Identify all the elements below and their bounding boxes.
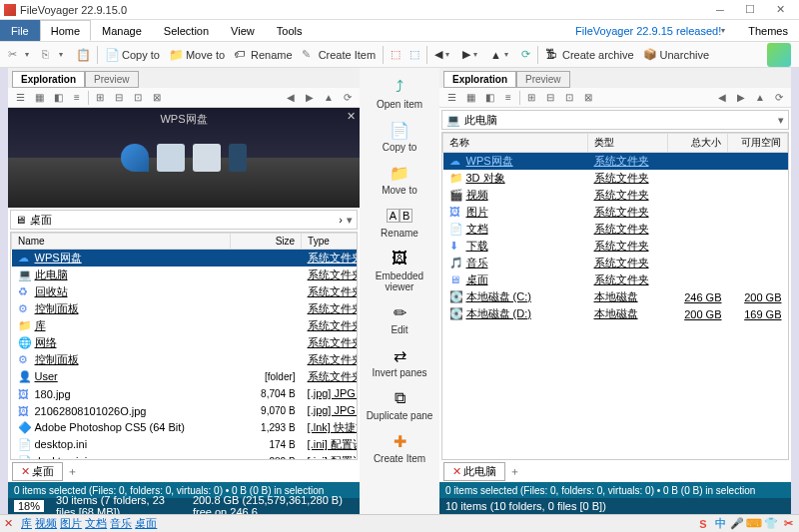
view-btn-4[interactable]: ≡ — [69, 90, 85, 106]
nav-up-mini-r[interactable]: ▲ — [752, 90, 768, 106]
right-filelist[interactable]: 名称 类型 总大小 可用空间 ☁WPS网盘系统文件夹📁3D 对象系统文件夹🎬视频… — [441, 132, 789, 460]
close-icon[interactable]: ✕ — [4, 517, 13, 530]
table-row[interactable]: ☁WPS网盘系统文件夹 — [443, 153, 788, 171]
open-item-button[interactable]: ⤴Open item — [360, 72, 439, 113]
toolbar-misc-2[interactable]: ⬚ — [405, 46, 423, 63]
table-row[interactable]: 👤User[folder]系统文件夹2022-10-12 17:1... — [12, 368, 359, 385]
tab-exploration-right[interactable]: Exploration — [443, 71, 516, 88]
rename-center-button[interactable]: A BRename — [360, 201, 439, 242]
table-row[interactable]: 📄desktop.ini174 B[.ini] 配置设置2019-12-7 17… — [12, 436, 359, 453]
right-sidebar-strip[interactable] — [791, 68, 799, 514]
refresh-mini[interactable]: ⟳ — [340, 90, 356, 106]
table-row[interactable]: ⚙控制面板系统文件夹 — [12, 351, 359, 368]
left-sidebar-strip[interactable] — [0, 68, 8, 514]
table-row[interactable]: 🖼180.jpg8,704 B[.jpg] JPG 图片...2022-10-1… — [12, 385, 359, 402]
nav-fwd-mini-r[interactable]: ▶ — [733, 90, 749, 106]
layout-btn-2[interactable]: ⊟ — [111, 90, 127, 106]
duplicate-pane-button[interactable]: ⧉Duplicate pane — [360, 383, 439, 424]
table-row[interactable]: 🌐网络系统文件夹 — [12, 334, 359, 351]
left-breadcrumb[interactable]: 🖥 桌面 › ▾ — [10, 210, 358, 230]
right-breadcrumb[interactable]: 💻 此电脑 ▾ — [441, 110, 789, 130]
bottom-link[interactable]: 库 — [21, 517, 32, 529]
preview-close-button[interactable]: ✕ — [347, 110, 356, 123]
menu-tools[interactable]: Tools — [266, 20, 314, 41]
add-tab-button-r[interactable]: ＋ — [509, 464, 520, 479]
menu-themes[interactable]: Themes — [737, 20, 799, 41]
layout-btn-r4[interactable]: ⊠ — [580, 90, 596, 106]
view-btn-1[interactable]: ☰ — [12, 90, 28, 106]
col-free-r[interactable]: 可用空间 — [728, 134, 788, 153]
table-row[interactable]: 📁库系统文件夹 — [12, 317, 359, 334]
table-row[interactable]: 📁3D 对象系统文件夹 — [443, 170, 788, 187]
col-size[interactable]: Size — [230, 234, 302, 250]
refresh-mini-r[interactable]: ⟳ — [771, 90, 787, 106]
col-name[interactable]: Name — [12, 234, 231, 250]
tab-preview-right[interactable]: Preview — [516, 71, 570, 88]
col-type-r[interactable]: 类型 — [588, 134, 668, 153]
bottom-link[interactable]: 视频 — [35, 517, 57, 529]
menu-file[interactable]: File — [0, 20, 40, 41]
copy-to-button[interactable]: Copy to — [101, 46, 164, 64]
chevron-down-icon[interactable]: ▾ — [778, 114, 784, 127]
add-tab-button[interactable]: ＋ — [67, 464, 78, 479]
left-filelist[interactable]: Name Size Type Modification date ☁WPS网盘系… — [10, 232, 358, 460]
table-row[interactable]: 🎵音乐系统文件夹 — [443, 255, 788, 271]
tray-icon[interactable]: ✂ — [781, 517, 795, 531]
table-row[interactable]: ☁WPS网盘系统文件夹 — [12, 250, 359, 267]
menu-selection[interactable]: Selection — [153, 20, 220, 41]
tray-icon[interactable]: S — [696, 517, 710, 531]
table-row[interactable]: 💽本地磁盘 (D:)本地磁盘200 GB169 GB — [443, 305, 788, 322]
tab-preview-left[interactable]: Preview — [85, 71, 139, 88]
view-btn-r3[interactable]: ◧ — [481, 90, 497, 106]
rename-button[interactable]: Rename — [230, 46, 297, 64]
tray-icon[interactable]: 👕 — [764, 517, 778, 531]
bottom-link[interactable]: 桌面 — [135, 517, 157, 529]
create-item-button[interactable]: Create Item — [298, 46, 380, 64]
layout-btn-1[interactable]: ⊞ — [92, 90, 108, 106]
col-type[interactable]: Type — [302, 234, 358, 250]
table-row[interactable]: 🖼图片系统文件夹 — [443, 204, 788, 221]
location-tab[interactable]: ✕桌面 — [12, 462, 63, 481]
close-button[interactable]: ✕ — [765, 1, 795, 19]
unarchive-button[interactable]: Unarchive — [639, 46, 714, 64]
table-row[interactable]: 🖥桌面系统文件夹 — [443, 271, 788, 288]
toolbar-misc-1[interactable]: ⬚ — [387, 46, 404, 63]
invert-panes-button[interactable]: ⇄Invert panes — [360, 340, 439, 381]
nav-back-mini[interactable]: ◀ — [283, 90, 299, 106]
layout-btn-r3[interactable]: ⊡ — [561, 90, 577, 106]
menu-home[interactable]: Home — [40, 20, 91, 41]
release-banner[interactable]: FileVoyager 22.9.15 released! — [567, 20, 737, 41]
col-name-r[interactable]: 名称 — [443, 134, 588, 153]
menu-view[interactable]: View — [220, 20, 266, 41]
maximize-button[interactable]: ☐ — [735, 1, 765, 19]
nav-fwd-mini[interactable]: ▶ — [302, 90, 318, 106]
table-row[interactable]: ⚙控制面板系统文件夹 — [12, 300, 359, 317]
view-btn-3[interactable]: ◧ — [50, 90, 66, 106]
table-row[interactable]: 💽本地磁盘 (C:)本地磁盘246 GB200 GB — [443, 288, 788, 305]
table-row[interactable]: ⬇下载系统文件夹 — [443, 238, 788, 255]
close-icon[interactable]: ✕ — [452, 465, 461, 478]
location-tab-r[interactable]: ✕此电脑 — [443, 462, 505, 481]
bottom-link[interactable]: 音乐 — [110, 517, 132, 529]
tray-icon[interactable]: 中 — [713, 517, 727, 531]
cut-button[interactable] — [4, 46, 37, 64]
layout-btn-4[interactable]: ⊠ — [149, 90, 165, 106]
nav-up-mini[interactable]: ▲ — [321, 90, 337, 106]
table-row[interactable]: 💻此电脑系统文件夹 — [12, 266, 359, 283]
nav-back-button[interactable]: ◀ — [430, 46, 457, 63]
create-archive-button[interactable]: Create archive — [541, 46, 638, 64]
layout-btn-3[interactable]: ⊡ — [130, 90, 146, 106]
table-row[interactable]: 📄desktop.ini282 B[.ini] 配置设置2022-10-8 9:… — [12, 453, 359, 460]
close-icon[interactable]: ✕ — [21, 465, 30, 478]
nav-fwd-button[interactable]: ▶ — [458, 46, 485, 63]
table-row[interactable]: 🎬视频系统文件夹 — [443, 187, 788, 204]
nav-up-button[interactable]: ▲ — [486, 47, 516, 63]
bottom-link[interactable]: 文档 — [85, 517, 107, 529]
minimize-button[interactable]: ─ — [705, 1, 735, 19]
embedded-viewer-button[interactable]: 🖼Embedded viewer — [360, 244, 439, 295]
nav-back-mini-r[interactable]: ◀ — [714, 90, 730, 106]
edit-button[interactable]: ✏Edit — [360, 297, 439, 338]
create-item-center-button[interactable]: ✚Create Item — [360, 426, 439, 467]
refresh-button[interactable]: ⟳ — [517, 46, 534, 63]
col-total-r[interactable]: 总大小 — [668, 134, 728, 153]
